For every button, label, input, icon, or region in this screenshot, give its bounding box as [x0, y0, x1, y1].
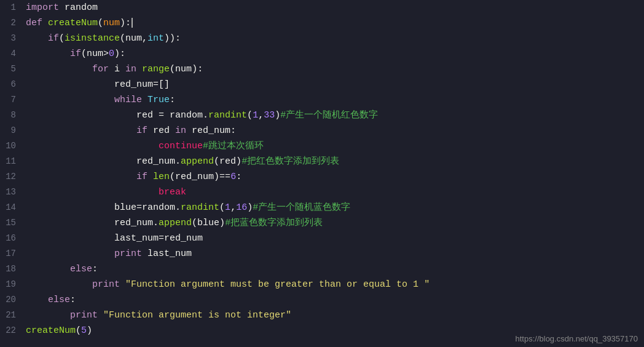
token: print	[26, 310, 98, 321]
token	[98, 310, 103, 321]
line-content: red_num=[]	[22, 77, 170, 92]
code-line: 16 last_num=red_num	[0, 231, 644, 246]
token: True	[147, 95, 170, 105]
token: random	[170, 110, 203, 121]
line-number: 16	[0, 231, 22, 246]
token: (	[98, 18, 103, 28]
token: int	[147, 33, 164, 44]
token: if	[26, 33, 59, 44]
token: ):	[120, 18, 131, 28]
line-number: 22	[0, 323, 22, 338]
line-number: 12	[0, 169, 22, 185]
line-number: 20	[0, 292, 22, 308]
line-number: 17	[0, 246, 22, 261]
token	[120, 279, 125, 290]
token: (	[59, 33, 65, 44]
token: def	[26, 18, 42, 28]
token: i	[109, 64, 125, 74]
token: #产生一个随机红色数字	[280, 110, 378, 121]
token: :	[92, 264, 98, 274]
token: 1	[253, 110, 258, 121]
code-line: 5 for i in range(num):	[0, 62, 644, 77]
code-line: 10 continue#跳过本次循环	[0, 138, 644, 154]
token: num	[125, 33, 142, 44]
token: "Function argument must be greater than …	[125, 279, 430, 290]
line-number: 18	[0, 261, 22, 277]
line-number: 2	[0, 15, 22, 31]
token: in	[125, 64, 136, 74]
token: red	[147, 126, 175, 136]
token: 6	[230, 172, 236, 182]
line-content: print "Function argument is not integer"	[22, 308, 291, 323]
line-content: while True:	[22, 92, 175, 108]
token: #把红色数字添加到列表	[242, 156, 339, 167]
token: for	[26, 64, 109, 74]
line-content: import random	[22, 0, 98, 15]
token: print	[26, 279, 120, 290]
token: if	[26, 49, 81, 59]
code-line: 2def createNum(num):	[0, 15, 644, 31]
token: >	[103, 49, 109, 59]
token: ,	[142, 33, 147, 44]
line-content: continue#跳过本次循环	[22, 138, 264, 154]
token: red_num	[175, 172, 214, 182]
code-line: 8 red = random.randint(1,33)#产生一个随机红色数字	[0, 108, 644, 123]
token: num	[175, 64, 192, 74]
token: blue	[197, 218, 219, 228]
code-line: 19 print "Function argument must be grea…	[0, 277, 644, 292]
token: else	[26, 264, 92, 274]
token: ,	[230, 202, 236, 213]
token: random	[142, 202, 175, 213]
token: (	[76, 325, 81, 336]
token	[42, 18, 48, 28]
code-line: 9 if red in red_num:	[0, 123, 644, 138]
token: break	[26, 187, 186, 197]
line-number: 7	[0, 92, 22, 108]
token: )	[275, 110, 280, 121]
text-cursor	[132, 18, 133, 28]
token: range	[142, 64, 170, 74]
token: red	[26, 110, 153, 121]
token: append	[181, 156, 214, 167]
code-line: 14 blue=random.randint(1,16)#产生一个随机蓝色数字	[0, 200, 644, 215]
line-number: 15	[0, 215, 22, 231]
token: else	[26, 295, 70, 305]
token: continue	[26, 141, 203, 151]
token: =	[136, 202, 142, 213]
line-number: 21	[0, 308, 22, 323]
token: red	[219, 156, 236, 167]
code-line: 4 if(num>0):	[0, 46, 644, 62]
token: ,	[258, 110, 264, 121]
line-number: 8	[0, 108, 22, 123]
line-number: 11	[0, 154, 22, 169]
code-line: 7 while True:	[0, 92, 644, 108]
line-number: 10	[0, 138, 22, 154]
code-line: 20 else:	[0, 292, 644, 308]
token: if	[26, 172, 147, 182]
token: num	[87, 49, 103, 59]
code-line: 15 red_num.append(blue)#把蓝色数字添加到列表	[0, 215, 644, 231]
code-line: 13 break	[0, 185, 644, 200]
token: .	[203, 110, 208, 121]
line-number: 5	[0, 62, 22, 77]
token: red_num	[26, 79, 153, 90]
token: (	[120, 33, 125, 44]
token: .	[175, 202, 181, 213]
token: )==	[214, 172, 230, 182]
token: :	[170, 95, 175, 105]
token: []	[159, 79, 170, 90]
line-content: red_num.append(red)#把红色数字添加到列表	[22, 154, 339, 169]
line-content: createNum(5)	[22, 323, 92, 338]
line-content: def createNum(num):	[22, 15, 133, 31]
token: last_num	[26, 233, 159, 244]
token: random	[59, 2, 98, 13]
token: (	[170, 64, 175, 74]
token	[142, 95, 147, 105]
token: "Function argument is not integer"	[103, 310, 291, 321]
line-number: 1	[0, 0, 22, 15]
token: import	[26, 2, 59, 13]
code-line: 18 else:	[0, 261, 644, 277]
watermark: https://blog.csdn.net/qq_39357170	[516, 334, 638, 343]
code-block: 1import random2def createNum(num):3 if(i…	[0, 0, 644, 338]
token: #跳过本次循环	[203, 141, 264, 151]
